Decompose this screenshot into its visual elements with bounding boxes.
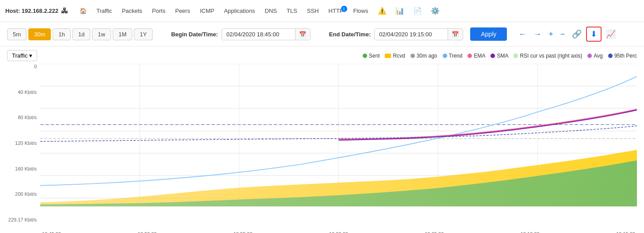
legend-rcvd: Rcvd xyxy=(385,53,405,59)
begin-date-input-wrap: 📅 xyxy=(222,28,310,40)
legend-30m-ago: 30m ago xyxy=(410,53,437,59)
chart-legend: Sent Rcvd 30m ago Trend EMA SMA RSI cur … xyxy=(363,53,637,59)
nav-icons: ⚠️ 📊 📄 ⚙️ xyxy=(374,4,443,18)
dropdown-arrow-icon: ▾ xyxy=(29,52,32,59)
nav-item-ports[interactable]: Ports xyxy=(148,5,170,17)
nav-item-applications[interactable]: Applications xyxy=(219,5,259,17)
time-btn-1M[interactable]: 1M xyxy=(113,28,132,40)
end-cal-button[interactable]: 📅 xyxy=(448,29,463,40)
nav-item-flows[interactable]: Flows xyxy=(349,5,373,17)
nav-item-icmp[interactable]: ICMP xyxy=(196,5,219,17)
y-axis-labels: 229.17 Kbit/s 200 Kbit/s 160 Kbit/s 120 … xyxy=(7,64,40,223)
chart-section: Traffic ▾ Sent Rcvd 30m ago Trend EMA SM… xyxy=(0,47,644,233)
nav-item-peers[interactable]: Peers xyxy=(171,5,195,17)
nav-item-ssh[interactable]: SSH xyxy=(303,5,323,17)
next-button[interactable]: → xyxy=(531,28,544,41)
zoom-in-button[interactable]: + xyxy=(546,28,556,41)
link-button[interactable]: 🔗 xyxy=(569,27,584,41)
nav-item-http[interactable]: HTTP1 xyxy=(324,5,348,17)
time-btn-1Y[interactable]: 1Y xyxy=(134,28,153,40)
x-label-1855: 18:55:00 xyxy=(234,231,253,233)
fullscreen-button[interactable]: 📈 xyxy=(603,27,618,41)
time-btn-5m[interactable]: 5m xyxy=(7,28,27,40)
chart-icon[interactable]: 📊 xyxy=(392,4,408,18)
prev-button[interactable]: ← xyxy=(516,28,529,41)
nav-item-home[interactable]: 🏠 xyxy=(75,5,91,17)
network-icon: 🖧 xyxy=(61,7,68,15)
traffic-label: Traffic xyxy=(12,52,27,59)
time-btn-30m[interactable]: 30m xyxy=(28,28,51,40)
legend-95th: 95th Perc xyxy=(608,53,637,59)
host-text: Host: 192.168.2.222 xyxy=(5,8,58,14)
time-btn-1w[interactable]: 1w xyxy=(92,28,111,40)
download-button[interactable]: ⬇ xyxy=(586,27,602,42)
y-label-40: 40 Kbit/s xyxy=(7,89,40,95)
legend-trend: Trend xyxy=(443,53,463,59)
end-date-input[interactable] xyxy=(375,29,448,40)
x-label-1910: 19:10:00 xyxy=(521,231,540,233)
end-date-input-wrap: 📅 xyxy=(374,28,463,40)
settings-icon[interactable]: ⚙️ xyxy=(427,4,443,18)
alert-icon[interactable]: ⚠️ xyxy=(374,4,390,18)
legend-ema: EMA xyxy=(468,53,485,59)
legend-sma: SMA xyxy=(491,53,508,59)
time-buttons: 5m 30m 1h 1d 1w 1M 1Y xyxy=(7,28,153,40)
time-btn-1d[interactable]: 1d xyxy=(73,28,90,40)
begin-date-input[interactable] xyxy=(222,29,295,40)
nav-controls: ← → + − 🔗 ⬇ 📈 xyxy=(516,27,618,42)
apply-button[interactable]: Apply xyxy=(470,27,507,41)
x-label-1905: 19:05:00 xyxy=(425,231,444,233)
chart-area: 229.17 Kbit/s 200 Kbit/s 160 Kbit/s 120 … xyxy=(7,64,637,233)
begin-cal-button[interactable]: 📅 xyxy=(295,29,310,40)
x-label-1845: 18:45:00 xyxy=(42,231,61,233)
begin-date-label: Begin Date/Time: xyxy=(171,31,218,38)
x-axis-labels: 18:45:00 18:50:00 18:55:00 19:00:00 19:0… xyxy=(40,231,637,233)
y-label-top: 229.17 Kbit/s xyxy=(7,217,40,222)
ema-line xyxy=(339,109,637,139)
begin-date-group: Begin Date/Time: 📅 xyxy=(171,28,310,40)
nav-item-dns[interactable]: DNS xyxy=(261,5,281,17)
y-label-80: 80 Kbit/s xyxy=(7,115,40,120)
nav-items: 🏠 Traffic Packets Ports Peers ICMP Appli… xyxy=(75,5,373,17)
legend-rsi: RSI cur vs past (right axis) xyxy=(514,53,582,59)
x-label-1850: 18:50:00 xyxy=(138,231,157,233)
zoom-out-button[interactable]: − xyxy=(558,28,568,41)
legend-avg: Avg xyxy=(587,53,602,59)
end-date-label: End Date/Time: xyxy=(329,31,371,38)
host-label: Host: 192.168.2.222 🖧 xyxy=(5,7,68,15)
chart-top: Traffic ▾ Sent Rcvd 30m ago Trend EMA SM… xyxy=(7,50,637,61)
nav-item-tls[interactable]: TLS xyxy=(282,5,302,17)
nav-item-packets[interactable]: Packets xyxy=(117,5,146,17)
end-date-group: End Date/Time: 📅 xyxy=(329,28,463,40)
y-label-200: 200 Kbit/s xyxy=(7,191,40,197)
y-label-120: 120 Kbit/s xyxy=(7,140,40,146)
nav-item-traffic[interactable]: Traffic xyxy=(92,5,116,17)
top-nav: Host: 192.168.2.222 🖧 🏠 Traffic Packets … xyxy=(0,0,644,22)
chart-svg xyxy=(40,64,637,223)
x-label-1915: 19:15:00 xyxy=(616,231,635,233)
toolbar: 5m 30m 1h 1d 1w 1M 1Y Begin Date/Time: 📅… xyxy=(0,22,644,47)
y-label-0: 0 xyxy=(7,64,40,69)
y-label-160: 160 Kbit/s xyxy=(7,166,40,171)
traffic-dropdown[interactable]: Traffic ▾ xyxy=(7,50,37,61)
report-icon[interactable]: 📄 xyxy=(410,4,426,18)
legend-sent: Sent xyxy=(363,53,380,59)
time-btn-1h[interactable]: 1h xyxy=(53,28,70,40)
x-label-1900: 19:00:00 xyxy=(329,231,348,233)
